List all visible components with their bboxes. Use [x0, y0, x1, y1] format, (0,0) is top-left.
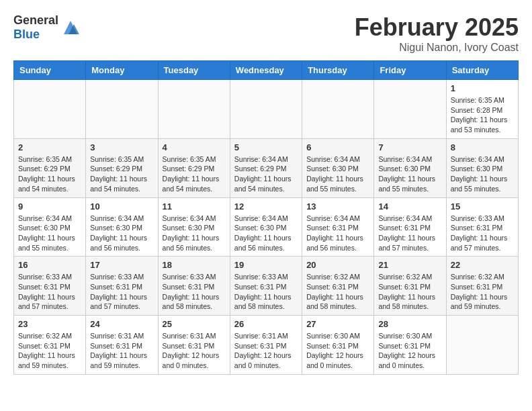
day-number: 14 [378, 201, 441, 212]
day-number: 26 [234, 319, 298, 329]
calendar-cell: 24Sunrise: 6:31 AM Sunset: 6:31 PM Dayli… [86, 316, 158, 375]
day-number: 23 [18, 319, 81, 329]
day-number: 24 [90, 319, 153, 329]
day-info: Sunrise: 6:34 AM Sunset: 6:30 PM Dayligh… [378, 154, 441, 194]
day-info: Sunrise: 6:33 AM Sunset: 6:31 PM Dayligh… [234, 272, 298, 312]
day-header-wednesday: Wednesday [230, 61, 302, 80]
logo-icon [60, 17, 81, 38]
day-info: Sunrise: 6:34 AM Sunset: 6:30 PM Dayligh… [90, 214, 153, 253]
day-number: 18 [163, 260, 226, 270]
calendar-cell: 27Sunrise: 6:30 AM Sunset: 6:31 PM Dayli… [302, 316, 374, 375]
calendar-cell: 2Sunrise: 6:35 AM Sunset: 6:29 PM Daylig… [14, 138, 86, 197]
day-number: 1 [451, 83, 514, 93]
calendar-cell: 18Sunrise: 6:33 AM Sunset: 6:31 PM Dayli… [158, 257, 230, 316]
calendar-header-row: SundayMondayTuesdayWednesdayThursdayFrid… [14, 61, 519, 80]
day-number: 25 [163, 319, 226, 329]
day-number: 4 [163, 142, 226, 152]
calendar-cell: 14Sunrise: 6:34 AM Sunset: 6:31 PM Dayli… [374, 197, 446, 257]
calendar-cell [86, 80, 158, 139]
day-number: 20 [306, 260, 369, 270]
calendar-week-row: 9Sunrise: 6:34 AM Sunset: 6:30 PM Daylig… [14, 197, 519, 257]
day-header-thursday: Thursday [302, 61, 374, 80]
day-info: Sunrise: 6:34 AM Sunset: 6:29 PM Dayligh… [234, 154, 298, 194]
calendar-week-row: 2Sunrise: 6:35 AM Sunset: 6:29 PM Daylig… [14, 138, 519, 197]
day-info: Sunrise: 6:30 AM Sunset: 6:31 PM Dayligh… [306, 331, 369, 371]
day-header-tuesday: Tuesday [158, 61, 230, 80]
day-number: 28 [378, 319, 441, 329]
day-info: Sunrise: 6:32 AM Sunset: 6:31 PM Dayligh… [306, 272, 369, 312]
day-number: 6 [306, 142, 369, 152]
calendar-cell: 17Sunrise: 6:33 AM Sunset: 6:31 PM Dayli… [86, 257, 158, 316]
day-info: Sunrise: 6:31 AM Sunset: 6:31 PM Dayligh… [163, 331, 226, 371]
day-info: Sunrise: 6:34 AM Sunset: 6:30 PM Dayligh… [163, 214, 226, 253]
calendar-cell: 1Sunrise: 6:35 AM Sunset: 6:28 PM Daylig… [446, 80, 518, 139]
calendar-cell: 21Sunrise: 6:32 AM Sunset: 6:31 PM Dayli… [374, 257, 446, 316]
day-info: Sunrise: 6:35 AM Sunset: 6:28 PM Dayligh… [451, 95, 514, 135]
day-info: Sunrise: 6:34 AM Sunset: 6:30 PM Dayligh… [234, 214, 298, 253]
calendar-cell [302, 80, 374, 139]
calendar-cell: 28Sunrise: 6:30 AM Sunset: 6:31 PM Dayli… [374, 316, 446, 375]
calendar-cell: 25Sunrise: 6:31 AM Sunset: 6:31 PM Dayli… [158, 316, 230, 375]
day-header-saturday: Saturday [446, 61, 518, 80]
day-number: 8 [451, 142, 514, 152]
calendar-week-row: 16Sunrise: 6:33 AM Sunset: 6:31 PM Dayli… [14, 257, 519, 316]
calendar-cell: 5Sunrise: 6:34 AM Sunset: 6:29 PM Daylig… [230, 138, 302, 197]
day-info: Sunrise: 6:33 AM Sunset: 6:31 PM Dayligh… [90, 272, 153, 312]
calendar-cell: 3Sunrise: 6:35 AM Sunset: 6:29 PM Daylig… [86, 138, 158, 197]
day-info: Sunrise: 6:32 AM Sunset: 6:31 PM Dayligh… [451, 272, 514, 312]
calendar-cell: 10Sunrise: 6:34 AM Sunset: 6:30 PM Dayli… [86, 197, 158, 257]
day-info: Sunrise: 6:33 AM Sunset: 6:31 PM Dayligh… [18, 272, 81, 312]
day-info: Sunrise: 6:35 AM Sunset: 6:29 PM Dayligh… [18, 154, 81, 194]
calendar-cell [158, 80, 230, 139]
day-number: 11 [163, 201, 226, 212]
day-info: Sunrise: 6:32 AM Sunset: 6:31 PM Dayligh… [378, 272, 441, 312]
day-info: Sunrise: 6:33 AM Sunset: 6:31 PM Dayligh… [163, 272, 226, 312]
calendar-cell [230, 80, 302, 139]
calendar-week-row: 1Sunrise: 6:35 AM Sunset: 6:28 PM Daylig… [14, 80, 519, 139]
calendar-cell [446, 316, 518, 375]
day-info: Sunrise: 6:31 AM Sunset: 6:31 PM Dayligh… [234, 331, 298, 371]
calendar-cell: 22Sunrise: 6:32 AM Sunset: 6:31 PM Dayli… [446, 257, 518, 316]
calendar-cell [374, 80, 446, 139]
day-info: Sunrise: 6:35 AM Sunset: 6:29 PM Dayligh… [90, 154, 153, 194]
day-info: Sunrise: 6:34 AM Sunset: 6:30 PM Dayligh… [451, 154, 514, 194]
day-header-monday: Monday [86, 61, 158, 80]
title-area: February 2025 Nigui Nanon, Ivory Coast [355, 13, 519, 54]
month-title: February 2025 [355, 13, 519, 42]
logo: General Blue [13, 13, 81, 42]
day-info: Sunrise: 6:33 AM Sunset: 6:31 PM Dayligh… [451, 214, 514, 253]
calendar-cell: 23Sunrise: 6:32 AM Sunset: 6:31 PM Dayli… [14, 316, 86, 375]
day-number: 15 [451, 201, 514, 212]
day-number: 16 [18, 260, 81, 270]
calendar-table: SundayMondayTuesdayWednesdayThursdayFrid… [13, 60, 519, 375]
day-info: Sunrise: 6:34 AM Sunset: 6:31 PM Dayligh… [378, 214, 441, 253]
location-title: Nigui Nanon, Ivory Coast [355, 42, 519, 54]
day-number: 2 [18, 142, 81, 152]
calendar-cell: 8Sunrise: 6:34 AM Sunset: 6:30 PM Daylig… [446, 138, 518, 197]
day-number: 5 [234, 142, 298, 152]
calendar-cell: 6Sunrise: 6:34 AM Sunset: 6:30 PM Daylig… [302, 138, 374, 197]
header: General Blue February 2025 Nigui Nanon, … [13, 13, 519, 54]
day-info: Sunrise: 6:32 AM Sunset: 6:31 PM Dayligh… [18, 331, 81, 371]
calendar-cell: 20Sunrise: 6:32 AM Sunset: 6:31 PM Dayli… [302, 257, 374, 316]
calendar-cell: 7Sunrise: 6:34 AM Sunset: 6:30 PM Daylig… [374, 138, 446, 197]
day-number: 12 [234, 201, 298, 212]
calendar-cell: 15Sunrise: 6:33 AM Sunset: 6:31 PM Dayli… [446, 197, 518, 257]
calendar-cell: 19Sunrise: 6:33 AM Sunset: 6:31 PM Dayli… [230, 257, 302, 316]
day-number: 3 [90, 142, 153, 152]
logo-blue-text: Blue [13, 28, 40, 41]
day-info: Sunrise: 6:35 AM Sunset: 6:29 PM Dayligh… [163, 154, 226, 194]
day-number: 10 [90, 201, 153, 212]
day-number: 22 [451, 260, 514, 270]
day-number: 9 [18, 201, 81, 212]
day-number: 21 [378, 260, 441, 270]
day-number: 17 [90, 260, 153, 270]
calendar-cell: 4Sunrise: 6:35 AM Sunset: 6:29 PM Daylig… [158, 138, 230, 197]
calendar-week-row: 23Sunrise: 6:32 AM Sunset: 6:31 PM Dayli… [14, 316, 519, 375]
calendar-cell: 26Sunrise: 6:31 AM Sunset: 6:31 PM Dayli… [230, 316, 302, 375]
day-info: Sunrise: 6:34 AM Sunset: 6:31 PM Dayligh… [306, 214, 369, 253]
day-number: 27 [306, 319, 369, 329]
day-info: Sunrise: 6:34 AM Sunset: 6:30 PM Dayligh… [18, 214, 81, 253]
day-number: 19 [234, 260, 298, 270]
day-info: Sunrise: 6:31 AM Sunset: 6:31 PM Dayligh… [90, 331, 153, 371]
